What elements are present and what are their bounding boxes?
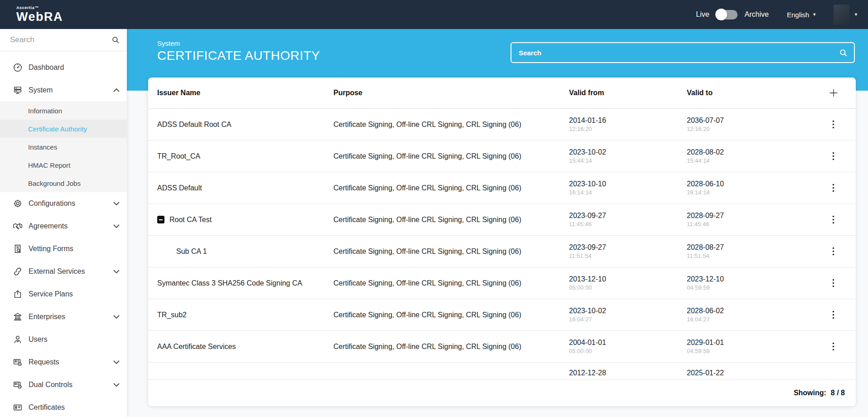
caret-down-icon: ▼ [812, 13, 816, 17]
chevron-down-icon [113, 202, 120, 205]
sidebar-subitem-label: Background Jobs [28, 179, 81, 187]
sidebar-item-dashboard[interactable]: Dashboard [0, 56, 127, 79]
valid-to-date: 2023-12-10 [687, 274, 811, 284]
valid-from-date: 2023-10-10 [569, 179, 687, 189]
valid-from-time: 15:44:14 [569, 157, 687, 165]
sidebar-item-label: Enterprises [29, 313, 65, 321]
row-menu-button[interactable] [829, 182, 838, 194]
valid-to-time: 04:59:59 [687, 284, 811, 292]
table-row-partial: 2012-12-28 2025-01-22 [148, 363, 856, 380]
row-menu-button[interactable] [829, 213, 838, 226]
live-archive-toggle[interactable] [717, 10, 738, 19]
table-row: ADSS Default Certificate Signing, Off-li… [148, 172, 856, 204]
valid-from-date: 2014-01-16 [569, 116, 687, 125]
document-search-icon [13, 244, 23, 254]
sidebar-item-information[interactable]: Information [0, 102, 127, 120]
row-menu-button[interactable] [829, 309, 838, 321]
valid-from-time: 05:00:00 [569, 347, 687, 355]
chevron-down-icon [113, 224, 120, 228]
sidebar-item-label: Certificates [29, 403, 65, 412]
collapse-toggle-icon[interactable] [157, 216, 164, 223]
sidebar-subitem-label: HMAC Report [28, 161, 70, 169]
issuer-name: ADSS Default Root CA [157, 121, 333, 129]
row-menu-button[interactable] [829, 245, 838, 257]
issuer-name: AAA Certificate Services [157, 343, 333, 351]
column-header-valid-from: Valid from [569, 89, 687, 97]
issuer-name: TR_sub2 [157, 311, 333, 319]
sidebar-item-service-plans[interactable]: Service Plans [0, 283, 127, 305]
search-icon[interactable] [111, 36, 120, 44]
valid-to-time: 15:44:14 [687, 157, 811, 165]
user-menu[interactable]: ▼ [834, 5, 858, 25]
row-menu-button[interactable] [829, 277, 838, 289]
table-row: AAA Certificate Services Certificate Sig… [148, 331, 856, 363]
purpose: Certificate Signing, Off-line CRL Signin… [333, 279, 569, 287]
brand-name: WebRA [16, 10, 63, 24]
sidebar-item-external-services[interactable]: External Services [0, 260, 127, 283]
column-header-issuer-name: Issuer Name [157, 89, 333, 97]
avatar [834, 5, 849, 25]
row-menu-button[interactable] [829, 118, 838, 131]
toggle-knob-icon [715, 9, 727, 20]
issuer-name: Sub CA 1 [157, 247, 333, 256]
valid-from-date: 2023-10-02 [569, 147, 687, 157]
valid-to-date: 2036-07-07 [687, 116, 811, 125]
sidebar-subitem-label: Instances [28, 143, 57, 151]
sidebar-item-vetting-forms[interactable]: Vetting Forms [0, 238, 127, 260]
valid-from-time: 12:16:20 [569, 125, 687, 133]
sidebar-item-label: Dashboard [29, 63, 64, 72]
certificate-card-icon [13, 402, 23, 412]
top-bar: Ascertia™ WebRA Live Archive English ▼ ▼ [0, 0, 868, 29]
sidebar-item-dual-controls[interactable]: Dual Controls [0, 373, 127, 396]
sidebar-item-users[interactable]: Users [0, 328, 127, 351]
sidebar-item-label: Dual Controls [29, 381, 72, 389]
sidebar-item-label: Agreements [29, 222, 68, 230]
row-menu-button[interactable] [829, 150, 838, 162]
sidebar-search [0, 29, 127, 51]
valid-to-date: 2028-06-10 [687, 179, 811, 189]
sidebar-item-agreements[interactable]: Agreements [0, 215, 127, 238]
live-label: Live [696, 10, 709, 19]
sidebar-item-instances[interactable]: Instances [0, 138, 127, 156]
dual-controls-card-icon [13, 380, 23, 390]
table-footer: Showing: 8 / 8 [148, 380, 856, 406]
chevron-up-icon [113, 88, 120, 92]
sidebar-item-requests[interactable]: Requests [0, 351, 127, 373]
table-row: Symantec Class 3 SHA256 Code Signing CA … [148, 267, 856, 299]
sidebar-item-label: Requests [29, 358, 59, 366]
sidebar-item-configurations[interactable]: Configurations [0, 192, 127, 215]
add-ca-button[interactable] [827, 86, 840, 100]
purpose: Certificate Signing, Off-line CRL Signin… [333, 184, 569, 192]
valid-to-date: 2025-01-22 [687, 368, 811, 378]
sidebar-item-background-jobs[interactable]: Background Jobs [0, 174, 127, 192]
sidebar-search-input[interactable] [10, 35, 111, 44]
language-label: English [787, 11, 809, 19]
sidebar-item-hmac-report[interactable]: HMAC Report [0, 156, 127, 174]
language-dropdown[interactable]: English ▼ [787, 11, 816, 19]
sidebar-item-label: Vetting Forms [29, 245, 73, 253]
bank-icon [13, 312, 23, 322]
sidebar-item-certificates[interactable]: Certificates [0, 396, 127, 417]
valid-to-date: 2028-08-27 [687, 242, 811, 252]
purpose: Certificate Signing, Off-line CRL Signin… [333, 343, 569, 351]
sidebar-item-certificate-authority[interactable]: Certificate Authority [0, 120, 127, 138]
valid-from-time: 16:04:27 [569, 315, 687, 324]
issuer-name: TR_Root_CA [157, 152, 333, 160]
row-menu-button[interactable] [829, 340, 838, 353]
valid-to-time: 11:51:54 [687, 252, 811, 260]
valid-from-date: 2013-12-10 [569, 274, 687, 284]
sidebar-item-enterprises[interactable]: Enterprises [0, 305, 127, 328]
table-row: TR_Root_CA Certificate Signing, Off-line… [148, 141, 856, 172]
app-logo[interactable]: Ascertia™ WebRA [16, 6, 63, 23]
showing-label: Showing: [794, 389, 826, 397]
table-search-input[interactable] [519, 49, 839, 57]
sidebar-item-label: External Services [29, 267, 85, 276]
valid-from-time: 16:14:14 [569, 189, 687, 197]
sidebar-item-system[interactable]: System [0, 79, 127, 102]
search-icon[interactable] [839, 48, 848, 57]
valid-to-time: 16:14:14 [687, 189, 811, 197]
sidebar: Dashboard System Information Certificate… [0, 29, 127, 417]
purpose: Certificate Signing, Off-line CRL Signin… [333, 216, 569, 224]
purpose: Certificate Signing, Off-line CRL Signin… [333, 152, 569, 160]
caret-down-icon: ▼ [854, 13, 858, 17]
